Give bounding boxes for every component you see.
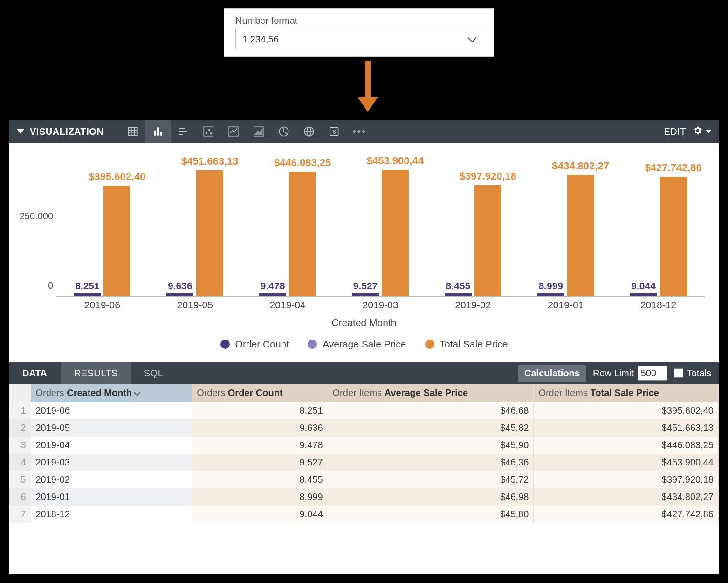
table-row: 72018-129.044$45,80$427.742,86 bbox=[9, 506, 719, 523]
cell-created-month[interactable]: 2019-06 bbox=[31, 402, 192, 420]
cell-average-sale-price[interactable]: $45,90 bbox=[328, 437, 534, 454]
viz-type-single-value-icon[interactable]: 6 bbox=[322, 120, 347, 143]
row-number-cell: 1 bbox=[9, 402, 31, 420]
cell-average-sale-price[interactable]: $46,68 bbox=[328, 402, 534, 420]
cell-created-month[interactable]: 2019-01 bbox=[31, 488, 192, 506]
viz-type-area-icon[interactable] bbox=[246, 120, 271, 143]
cell-created-month[interactable]: 2019-02 bbox=[31, 471, 192, 488]
legend-item[interactable]: Order Count bbox=[220, 339, 289, 350]
column-header[interactable]: Orders Order Count bbox=[192, 384, 328, 402]
number-format-select[interactable]: 1.234,56 bbox=[235, 29, 482, 49]
calculations-button[interactable]: Calculations bbox=[518, 365, 586, 382]
x-tick-label: 2018-12 bbox=[612, 297, 705, 312]
cell-order-count[interactable]: 8.251 bbox=[192, 402, 328, 420]
viz-type-scatter-icon[interactable] bbox=[196, 120, 221, 143]
data-header: DATA RESULTS SQL Calculations Row Limit … bbox=[9, 362, 719, 384]
bar-group: 9.527$453.900,44 bbox=[334, 157, 427, 296]
cell-order-count[interactable]: 9.527 bbox=[192, 454, 328, 471]
row-number-cell: 3 bbox=[9, 437, 31, 454]
bar-total-sale-price[interactable]: $453.900,44 bbox=[382, 170, 409, 296]
cell-average-sale-price[interactable]: $45,72 bbox=[328, 471, 534, 488]
chevron-down-icon bbox=[706, 130, 711, 133]
cell-total-sale-price[interactable]: $427.742,86 bbox=[534, 506, 719, 523]
viz-type-map-icon[interactable] bbox=[296, 120, 322, 143]
tab-sql[interactable]: SQL bbox=[131, 362, 177, 384]
cell-total-sale-price[interactable]: $453.900,44 bbox=[534, 454, 719, 471]
cell-average-sale-price[interactable]: $45,80 bbox=[328, 506, 534, 523]
table-row: 12019-068.251$46,68$395.602,40 bbox=[9, 402, 719, 420]
svg-text:6: 6 bbox=[333, 128, 336, 135]
cell-order-count[interactable]: 9.636 bbox=[192, 419, 328, 437]
cell-order-count[interactable]: 8.455 bbox=[192, 471, 328, 488]
cell-order-count[interactable]: 9.044 bbox=[192, 506, 328, 523]
cell-created-month[interactable]: 2018-12 bbox=[31, 506, 192, 523]
bar-group: 8.999$434.802,27 bbox=[519, 157, 612, 296]
x-tick-label: 2019-01 bbox=[519, 297, 612, 312]
collapse-visualization-toggle[interactable] bbox=[17, 129, 24, 134]
tab-results[interactable]: RESULTS bbox=[61, 362, 131, 384]
x-tick-label: 2019-06 bbox=[56, 297, 149, 312]
row-number-cell: 6 bbox=[9, 488, 31, 506]
bar-total-sale-price[interactable]: $395.602,40 bbox=[103, 186, 130, 296]
column-header[interactable]: Order Items Average Sale Price bbox=[328, 384, 534, 402]
bar-value-label: $434.802,27 bbox=[552, 160, 609, 174]
y-tick-label: 0 bbox=[19, 280, 53, 291]
legend-item[interactable]: Total Sale Price bbox=[425, 339, 508, 350]
bar-total-sale-price[interactable]: $451.663,13 bbox=[196, 170, 223, 296]
bar-group: 9.478$446.083,25 bbox=[241, 157, 334, 296]
data-title: DATA bbox=[22, 368, 47, 379]
cell-total-sale-price[interactable]: $434.802,27 bbox=[534, 488, 719, 506]
cell-order-count[interactable]: 8.999 bbox=[192, 488, 328, 506]
x-tick-label: 2019-05 bbox=[149, 297, 241, 312]
cell-average-sale-price[interactable]: $46,98 bbox=[328, 488, 534, 506]
bar-total-sale-price[interactable]: $397.920,18 bbox=[474, 185, 501, 296]
row-limit-input[interactable] bbox=[638, 366, 667, 381]
row-limit-field: Row Limit bbox=[593, 366, 667, 381]
bar-total-sale-price[interactable]: $427.742,86 bbox=[660, 177, 687, 296]
cell-created-month[interactable]: 2019-04 bbox=[31, 437, 192, 454]
chevron-down-icon bbox=[467, 33, 477, 42]
bar-value-label: 8.455 bbox=[446, 280, 471, 293]
column-header[interactable]: Order Items Total Sale Price bbox=[534, 384, 719, 402]
bar-total-sale-price[interactable]: $446.083,25 bbox=[289, 172, 316, 296]
viz-type-more-icon[interactable]: ••• bbox=[347, 120, 372, 143]
bar-total-sale-price[interactable]: $434.802,27 bbox=[567, 175, 594, 296]
column-header[interactable]: Orders Created Month bbox=[31, 384, 192, 402]
cell-order-count[interactable]: 9.478 bbox=[192, 437, 328, 454]
bar-order-count[interactable]: 8.999 bbox=[537, 293, 564, 296]
table-row: 52019-028.455$45,72$397.920,18 bbox=[9, 471, 719, 488]
bar-order-count[interactable]: 9.478 bbox=[259, 293, 286, 296]
table-row: 22019-059.636$45,82$451.663,13 bbox=[9, 419, 719, 437]
table-row: 62019-018.999$46,98$434.802,27 bbox=[9, 488, 719, 506]
viz-type-column-icon[interactable] bbox=[145, 120, 171, 143]
results-table: Orders Created MonthOrders Order CountOr… bbox=[9, 384, 719, 523]
viz-type-bar-icon[interactable] bbox=[171, 120, 196, 143]
cell-average-sale-price[interactable]: $46,36 bbox=[328, 454, 534, 471]
row-number-cell: 7 bbox=[9, 506, 31, 523]
viz-type-line-icon[interactable] bbox=[221, 120, 246, 143]
cell-total-sale-price[interactable]: $451.663,13 bbox=[534, 419, 719, 437]
bar-order-count[interactable]: 8.455 bbox=[445, 293, 472, 296]
bar-order-count[interactable]: 9.636 bbox=[166, 293, 193, 296]
cell-total-sale-price[interactable]: $446.083,25 bbox=[534, 437, 719, 454]
viz-type-table-icon[interactable] bbox=[120, 120, 145, 143]
cell-total-sale-price[interactable]: $397.920,18 bbox=[534, 471, 719, 488]
cell-total-sale-price[interactable]: $395.602,40 bbox=[534, 402, 719, 420]
bar-value-label: $427.742,86 bbox=[645, 162, 701, 176]
totals-checkbox[interactable] bbox=[674, 368, 683, 378]
edit-visualization-button[interactable]: EDIT bbox=[664, 126, 686, 137]
cell-created-month[interactable]: 2019-03 bbox=[31, 454, 192, 471]
x-tick-label: 2019-03 bbox=[334, 297, 427, 312]
cell-created-month[interactable]: 2019-05 bbox=[31, 419, 192, 437]
bar-order-count[interactable]: 8.251 bbox=[74, 293, 101, 296]
totals-toggle[interactable]: Totals bbox=[674, 368, 711, 379]
visualization-settings-menu[interactable] bbox=[693, 125, 711, 138]
bar-order-count[interactable]: 9.527 bbox=[352, 293, 379, 296]
cell-average-sale-price[interactable]: $45,82 bbox=[328, 419, 534, 437]
viz-type-pie-icon[interactable] bbox=[271, 120, 296, 143]
bar-group: 8.455$397.920,18 bbox=[426, 157, 519, 296]
number-format-label: Number format bbox=[235, 15, 482, 26]
bar-order-count[interactable]: 9.044 bbox=[630, 293, 657, 296]
legend-item[interactable]: Average Sale Price bbox=[308, 339, 406, 350]
bar-value-label: 9.527 bbox=[353, 280, 378, 293]
